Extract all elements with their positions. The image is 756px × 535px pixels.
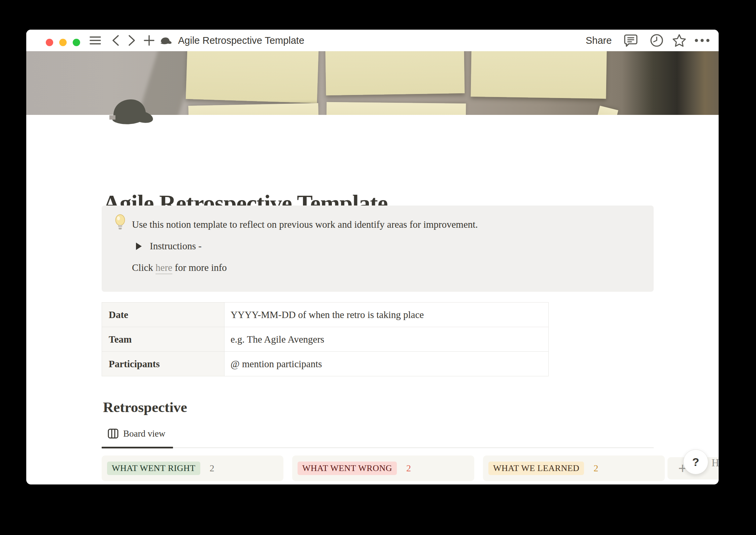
property-label-date[interactable]: Date (102, 303, 225, 327)
property-label-participants[interactable]: Participants (102, 352, 225, 376)
minimize-window-button[interactable] (59, 39, 67, 46)
table-row: Date YYYY-MM-DD of when the retro is tak… (102, 303, 549, 327)
more-icon[interactable] (694, 30, 710, 51)
sticky-note (327, 102, 466, 115)
properties-table: Date YYYY-MM-DD of when the retro is tak… (102, 302, 549, 376)
tab-board-view[interactable]: Board view (108, 427, 165, 440)
column-title-pill[interactable]: WHAT WENT WRONG (298, 462, 397, 475)
lightbulb-icon (114, 214, 127, 232)
question-mark-icon: ? (692, 455, 699, 469)
sticky-note (325, 51, 465, 95)
callout-text[interactable]: Use this notion template to reflect on p… (132, 219, 478, 230)
notion-window: Agile Retrospective Template Share Agile… (26, 30, 719, 484)
property-value-participants[interactable]: @ mention participants (225, 352, 549, 376)
toggle-label[interactable]: Instructions - (150, 241, 202, 252)
property-label-team[interactable]: Team (102, 327, 225, 352)
section-heading[interactable]: Retrospective (103, 399, 187, 415)
page-icon-cap[interactable] (109, 96, 156, 125)
link-suffix: for more info (172, 262, 227, 273)
board-view-icon (108, 429, 118, 439)
active-tab-underline (102, 447, 173, 448)
table-row: Team e.g. The Agile Avengers (102, 327, 549, 352)
sticky-note (597, 106, 618, 115)
column-count: 2 (593, 463, 598, 474)
back-icon[interactable] (110, 30, 121, 51)
table-row: Participants @ mention participants (102, 352, 549, 376)
tab-divider (102, 447, 654, 448)
column-title-pill[interactable]: WHAT WENT RIGHT (107, 462, 200, 475)
title-bar: Agile Retrospective Template Share (26, 30, 719, 51)
help-button[interactable]: ? (683, 449, 708, 474)
callout-link-line: Click here for more info (132, 262, 227, 273)
comment-icon[interactable] (623, 30, 638, 51)
instructions-toggle[interactable]: Instructions - (136, 241, 202, 252)
board-view-label[interactable]: Board view (123, 429, 165, 439)
new-page-icon[interactable] (143, 30, 155, 51)
link-prefix: Click (132, 262, 156, 273)
column-count: 2 (406, 463, 411, 474)
sidebar-menu-icon[interactable] (89, 30, 101, 51)
board-column-what-we-learned[interactable]: WHAT WE LEARNED 2 (483, 455, 665, 481)
favorite-star-icon[interactable] (671, 30, 687, 51)
board-column-what-went-right[interactable]: WHAT WENT RIGHT 2 (102, 455, 283, 481)
toggle-triangle-icon[interactable] (136, 243, 142, 250)
sticky-note (186, 51, 319, 103)
forward-icon[interactable] (127, 30, 137, 51)
sticky-note (471, 51, 607, 99)
callout-block: Use this notion template to reflect on p… (102, 206, 654, 292)
window-page-title: Agile Retrospective Template (178, 30, 304, 51)
close-window-button[interactable] (46, 39, 53, 46)
sticky-note (188, 103, 318, 115)
property-value-team[interactable]: e.g. The Agile Avengers (225, 327, 549, 352)
column-title-pill[interactable]: WHAT WE LEARNED (488, 462, 584, 475)
history-icon[interactable] (649, 30, 664, 51)
page-cap-icon (159, 30, 173, 51)
here-link[interactable]: here (156, 262, 172, 274)
zoom-window-button[interactable] (73, 39, 80, 46)
board-column-what-went-wrong[interactable]: WHAT WENT WRONG 2 (292, 455, 474, 481)
property-value-date[interactable]: YYYY-MM-DD of when the retro is taking p… (225, 303, 549, 327)
column-count: 2 (210, 463, 214, 474)
hidden-column-partial-text: H (712, 457, 719, 469)
share-button[interactable]: Share (586, 30, 612, 51)
